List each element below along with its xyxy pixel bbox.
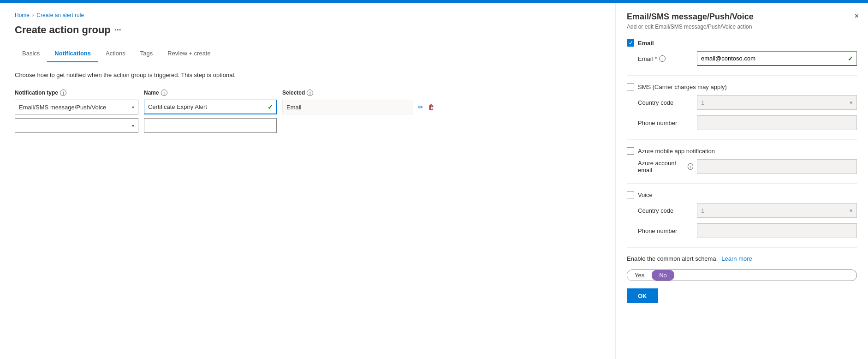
schema-toggle-group: Yes No [627, 269, 857, 281]
col-header-selected: Selected [282, 90, 305, 96]
edit-icon[interactable]: ✏ [417, 102, 424, 112]
divider-3 [627, 183, 857, 184]
sms-phone-label: Phone number [638, 120, 693, 126]
delete-icon[interactable]: 🗑 [427, 102, 435, 112]
selected-value: Email [282, 100, 413, 114]
sms-checkbox[interactable] [627, 83, 634, 90]
divider-1 [627, 75, 857, 76]
breadcrumb-home[interactable]: Home [15, 12, 30, 18]
tabs: Basics Notifications Actions Tags Review… [15, 45, 600, 62]
tab-notifications[interactable]: Notifications [47, 45, 98, 62]
azure-account-email-input [697, 159, 857, 174]
page-title-dots[interactable]: ··· [114, 25, 121, 35]
close-button[interactable]: × [853, 10, 861, 22]
voice-phone-label: Phone number [638, 227, 693, 234]
col-header-name: Name [144, 90, 159, 96]
schema-yes-button[interactable]: Yes [627, 270, 652, 281]
name-info-icon[interactable]: i [161, 90, 167, 96]
notification-name-input-2[interactable] [144, 118, 277, 133]
email-input-check: ✓ [848, 55, 853, 62]
panel-subtitle: Add or edit Email/SMS message/Push/Voice… [627, 24, 857, 30]
schema-label: Enable the common alert schema. [627, 255, 718, 262]
sms-country-code-label: Country code [638, 99, 693, 106]
azure-account-email-label: Azure account email i [638, 160, 693, 174]
tab-actions[interactable]: Actions [98, 45, 133, 62]
voice-label: Voice [638, 191, 653, 198]
sms-label: SMS (Carrier charges may apply) [638, 84, 727, 90]
azure-mobile-label: Azure mobile app notification [638, 148, 715, 155]
notification-type-value: Email/SMS message/Push/Voice [19, 104, 106, 111]
azure-mobile-checkbox[interactable] [627, 147, 634, 155]
voice-checkbox[interactable] [627, 191, 634, 198]
email-input[interactable] [697, 51, 857, 66]
schema-section: Enable the common alert schema. Learn mo… [627, 255, 857, 262]
notification-name-input[interactable] [144, 100, 277, 114]
email-section: Email Email * i ✓ [627, 39, 857, 66]
schema-no-button[interactable]: No [652, 270, 674, 281]
sms-country-code-select: 1 ▾ [697, 95, 857, 110]
azure-account-info-icon[interactable]: i [688, 163, 693, 170]
tab-tags[interactable]: Tags [133, 45, 160, 62]
notification-type-info-icon[interactable]: i [60, 90, 66, 96]
notification-type-arrow-2: ▾ [132, 123, 134, 128]
ok-button[interactable]: OK [627, 288, 658, 303]
breadcrumb-sep1: › [32, 13, 34, 18]
divider-4 [627, 247, 857, 248]
email-checkbox[interactable] [627, 39, 634, 47]
email-info-icon[interactable]: i [659, 55, 666, 62]
sms-country-code-arrow: ▾ [850, 99, 853, 106]
voice-country-code-label: Country code [638, 207, 693, 214]
azure-mobile-section: Azure mobile app notification Azure acco… [627, 147, 857, 174]
table-header: Notification type i Name i Selected i [15, 90, 600, 96]
notification-type-dropdown-2[interactable]: ▾ [15, 118, 138, 133]
page-title: Create action group [15, 24, 111, 36]
table-row-2: ▾ [15, 118, 600, 133]
description: Choose how to get notified when the acti… [15, 72, 600, 78]
notification-type-dropdown[interactable]: Email/SMS message/Push/Voice ▾ [15, 100, 138, 114]
left-panel: Home › Create an alert rule Create actio… [0, 3, 615, 359]
voice-country-code-select: 1 ▾ [697, 203, 857, 218]
col-header-type: Notification type [15, 90, 58, 96]
email-field-label: Email * i [638, 55, 693, 62]
notification-type-arrow: ▾ [132, 105, 134, 110]
tab-review-create[interactable]: Review + create [160, 45, 218, 62]
name-input-check: ✓ [268, 103, 273, 111]
email-label: Email [638, 40, 654, 47]
breadcrumb-alert-rule[interactable]: Create an alert rule [36, 12, 84, 18]
sms-section: SMS (Carrier charges may apply) Country … [627, 83, 857, 130]
right-panel: × Email/SMS message/Push/Voice Add or ed… [615, 3, 868, 359]
divider-2 [627, 139, 857, 140]
tab-basics[interactable]: Basics [15, 45, 47, 62]
voice-phone-input [697, 223, 857, 238]
email-required-star: * [655, 55, 657, 62]
selected-info-icon[interactable]: i [307, 90, 313, 96]
sms-phone-input [697, 115, 857, 130]
breadcrumb: Home › Create an alert rule [15, 12, 600, 18]
voice-country-code-arrow: ▾ [850, 207, 853, 214]
table-row-1: Email/SMS message/Push/Voice ▾ ✓ Email ✏… [15, 100, 600, 114]
learn-more-link[interactable]: Learn more [721, 255, 752, 262]
voice-section: Voice Country code 1 ▾ Phone number [627, 191, 857, 238]
panel-title: Email/SMS message/Push/Voice [627, 12, 857, 22]
